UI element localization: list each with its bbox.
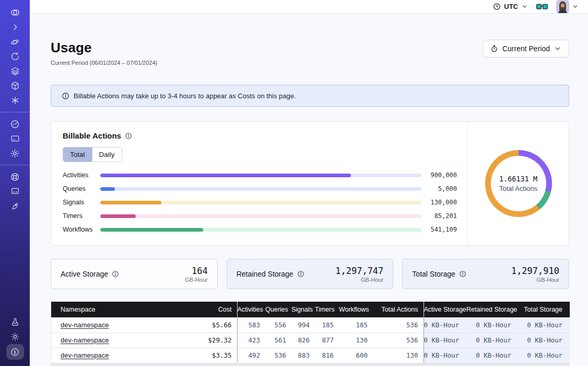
info-icon[interactable] <box>125 132 132 140</box>
page-subtitle: Current Period (06/01/2024 – 07/01/2024) <box>51 60 157 66</box>
billing-card-icon[interactable] <box>6 131 24 146</box>
cell-total-storage: 0 KB-Hour <box>519 348 570 363</box>
total-storage-card: Total Storage 1,297,910 GB-Hour <box>402 259 569 289</box>
expand-chevron-icon[interactable] <box>6 20 24 35</box>
active-storage-unit: GB-Hour <box>185 277 207 283</box>
col-namespace: Namespace <box>51 302 185 317</box>
col-queries: Queries <box>265 302 291 317</box>
billable-bar-chart: Activities 900,000 Queries 5,000 Signals <box>63 171 457 233</box>
page-title: Usage <box>51 40 157 56</box>
retained-storage-label: Retained Storage <box>237 270 293 278</box>
cell-queries: 556 <box>265 317 291 333</box>
col-workflows: Workflows <box>339 302 373 317</box>
support-lifebuoy-icon[interactable] <box>6 169 24 184</box>
nexus-icon[interactable] <box>6 93 24 108</box>
chevron-down-icon <box>572 3 579 10</box>
page-head: Usage Current Period (06/01/2024 – 07/01… <box>51 40 569 66</box>
col-total-actions: Total Actions <box>373 302 424 317</box>
donut-section: 1.66131 M Total Actions <box>467 122 569 245</box>
cell-total-actions: 536 <box>373 333 424 348</box>
main-column: UTC Usage Current Per <box>30 0 588 366</box>
bar-value: 85,201 <box>421 212 457 220</box>
history-icon[interactable] <box>6 49 24 64</box>
layers-icon[interactable] <box>6 64 24 78</box>
bar-track <box>100 228 421 232</box>
bar-value: 130,000 <box>421 199 457 206</box>
cell-cost: $3.35 <box>185 348 237 363</box>
col-active-storage: Active Storage <box>424 302 466 317</box>
sidebar: $ <box>0 0 30 366</box>
col-retained-storage: Retained Storage <box>466 302 519 317</box>
period-button-label: Current Period <box>502 44 550 53</box>
cell-retained-storage: 0 KB-Hour <box>466 348 519 363</box>
table-row: dev-namespace $29.32 423 561 826 877 130… <box>51 333 570 348</box>
tab-total[interactable]: Total <box>63 147 92 162</box>
glasses-icon[interactable] <box>536 3 548 10</box>
retained-storage-value: 1,297,747 <box>335 266 383 276</box>
cell-queries: 561 <box>265 333 291 348</box>
retained-storage-unit: GB-Hour <box>335 277 383 283</box>
cell-activities: 423 <box>237 333 265 348</box>
user-menu[interactable] <box>556 0 579 13</box>
total-actions-value: 1.66131 M <box>499 175 537 183</box>
bar-fill <box>100 228 203 232</box>
info-icon[interactable] <box>297 270 304 278</box>
cell-activities: 492 <box>237 348 265 363</box>
storage-summary-row: Active Storage 164 GB-Hour Retained Stor… <box>51 259 569 289</box>
total-storage-value: 1,297,910 <box>511 266 559 276</box>
namespaces-icon[interactable] <box>6 35 24 49</box>
stopwatch-icon <box>490 44 498 53</box>
bar-track <box>100 214 421 218</box>
temporal-logo[interactable] <box>6 5 24 20</box>
namespace-link[interactable]: dev-namespace <box>61 336 109 344</box>
info-icon[interactable] <box>112 270 119 278</box>
cell-workflows: 185 <box>339 317 373 333</box>
getting-started-rocket-icon[interactable] <box>6 199 24 213</box>
total-daily-toggle: Total Daily <box>63 147 122 162</box>
bar-track <box>100 174 421 177</box>
cell-timers: 877 <box>315 333 339 348</box>
bar-label: Activities <box>63 171 100 179</box>
info-icon[interactable] <box>459 270 466 278</box>
bar-row-workflows: Workflows 541,109 <box>63 226 457 233</box>
sidebar-divider <box>0 112 30 112</box>
info-banner: Billable Actions may take up to 3-4 hour… <box>51 85 569 107</box>
chevron-down-icon <box>554 45 561 52</box>
table-row: dev-namespace $3.35 492 536 883 816 600 … <box>51 348 570 363</box>
settings-gear-icon[interactable] <box>6 146 24 161</box>
labs-flask-icon[interactable] <box>6 315 24 329</box>
deployments-icon[interactable] <box>6 78 24 93</box>
total-actions-label: Total Actions <box>499 185 537 192</box>
cell-total-storage: 0 KB-Hour <box>519 317 570 333</box>
bar-fill <box>100 187 115 191</box>
sidebar-divider <box>0 165 30 165</box>
timezone-selector[interactable]: UTC <box>493 3 528 10</box>
namespace-link[interactable]: dev-namespace <box>61 321 109 329</box>
theme-sun-icon[interactable] <box>6 329 24 344</box>
usage-gauge-icon[interactable] <box>6 117 24 131</box>
namespace-link[interactable]: dev-namespace <box>61 351 109 359</box>
cell-total-actions: 536 <box>373 317 424 333</box>
bar-label: Timers <box>63 212 100 220</box>
tab-daily[interactable]: Daily <box>92 147 122 162</box>
bar-fill <box>100 174 351 177</box>
cell-queries: 536 <box>265 348 291 363</box>
active-storage-label: Active Storage <box>61 270 108 278</box>
donut-chart: 1.66131 M Total Actions <box>485 150 552 217</box>
cell-total-actions: 130 <box>373 348 424 363</box>
bar-value: 541,109 <box>421 226 457 233</box>
feedback-monitor-icon[interactable] <box>6 184 24 199</box>
billable-actions-card: Billable Actions Total Daily Activities <box>51 121 569 246</box>
period-selector-button[interactable]: Current Period <box>483 40 569 58</box>
bar-fill <box>100 214 136 218</box>
retained-storage-card: Retained Storage 1,297,747 GB-Hour <box>227 259 394 289</box>
cell-active-storage: 0 KB-Hour <box>424 348 466 363</box>
partial-next-row <box>51 363 569 366</box>
svg-text:$: $ <box>14 349 17 354</box>
col-signals: Signals <box>291 302 315 317</box>
cell-workflows: 600 <box>339 348 373 363</box>
namespace-usage-table: Namespace Cost Activities Queries Signal… <box>51 302 569 366</box>
topbar: UTC <box>30 0 588 14</box>
cell-cost: $5.66 <box>185 317 237 333</box>
pricing-coin-icon[interactable]: $ <box>6 344 24 360</box>
